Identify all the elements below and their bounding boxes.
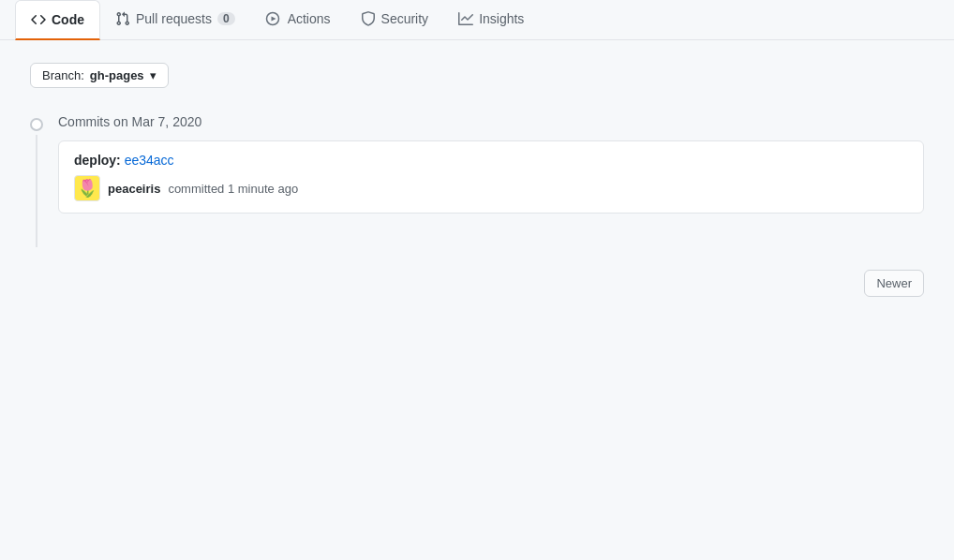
commit-time: committed 1 minute ago: [168, 182, 298, 196]
commit-line: [36, 135, 37, 247]
commit-hash[interactable]: ee34acc: [125, 153, 174, 168]
code-icon: [31, 12, 46, 27]
tab-insights[interactable]: Insights: [443, 0, 539, 39]
security-icon: [361, 11, 376, 26]
commits-section: Commits on Mar 7, 2020 deploy: ee34acc 🌷…: [30, 114, 924, 247]
commits-date: Commits on Mar 7, 2020: [58, 114, 924, 129]
insights-icon: [458, 11, 473, 26]
avatar: 🌷: [74, 175, 100, 201]
branch-selector-button[interactable]: Branch: gh-pages ▾: [30, 63, 169, 88]
branch-name: gh-pages: [90, 68, 144, 82]
avatar-emoji: 🌷: [77, 178, 97, 199]
tab-actions[interactable]: Actions: [250, 0, 346, 39]
pull-requests-badge: 0: [217, 12, 235, 25]
tab-pull-requests[interactable]: Pull requests 0: [100, 0, 250, 39]
commits-content: Commits on Mar 7, 2020 deploy: ee34acc 🌷…: [58, 114, 924, 214]
actions-play-icon: [265, 11, 280, 26]
commit-dot: [30, 118, 43, 131]
commit-graph: [30, 114, 43, 247]
svg-marker-3: [271, 17, 276, 22]
branch-dropdown-icon: ▾: [150, 68, 157, 82]
tab-pull-requests-label: Pull requests: [136, 11, 212, 26]
main-content: Branch: gh-pages ▾ Commits on Mar 7, 202…: [0, 40, 954, 319]
commit-message: deploy: ee34acc: [74, 153, 908, 168]
branch-label: Branch:: [42, 68, 84, 82]
newer-button[interactable]: Newer: [864, 270, 924, 297]
commit-author: 🌷 peaceiris committed 1 minute ago: [74, 175, 908, 201]
tab-security[interactable]: Security: [346, 0, 444, 39]
tab-code[interactable]: Code: [15, 0, 100, 40]
tab-actions-label: Actions: [288, 11, 331, 26]
commit-card: deploy: ee34acc 🌷 peaceiris committed 1 …: [58, 140, 924, 214]
tab-insights-label: Insights: [479, 11, 524, 26]
pull-request-icon: [115, 11, 130, 26]
tab-bar: Code Pull requests 0 A: [0, 0, 954, 40]
tab-security-label: Security: [381, 11, 429, 26]
pagination-bar: Newer: [30, 247, 924, 297]
commit-message-label: deploy:: [74, 153, 121, 168]
author-name[interactable]: peaceiris: [108, 182, 160, 196]
tab-code-label: Code: [52, 12, 84, 27]
